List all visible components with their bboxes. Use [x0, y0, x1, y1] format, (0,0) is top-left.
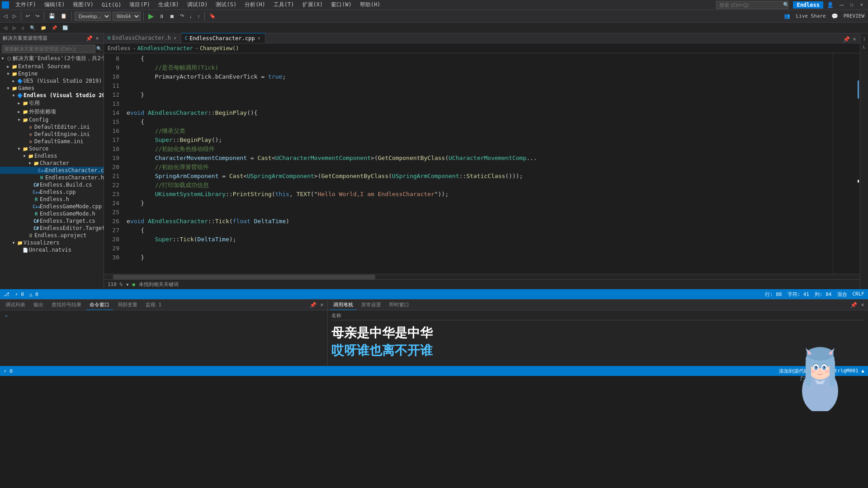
sidebar-tree-item[interactable]: C#Endless.Target.cs: [0, 217, 104, 225]
sol-search-button[interactable]: 🔍: [28, 24, 37, 31]
sol-home-button[interactable]: ⌂: [20, 24, 26, 31]
sidebar-tree-item[interactable]: ▶🔷UE5 (Visual Studio 2019): [0, 77, 104, 84]
panel-right-pin[interactable]: 📌: [850, 301, 857, 309]
sol-refresh-button[interactable]: 🔄: [61, 24, 70, 31]
panel-left-close[interactable]: ×: [318, 301, 326, 309]
sidebar-tree-item[interactable]: C++EndlessGameMode.cpp: [0, 203, 104, 210]
stop-button[interactable]: ⏹: [168, 13, 176, 20]
sidebar-tree-item[interactable]: ▶📁外部依赖项: [0, 108, 104, 116]
sidebar-pin-button[interactable]: 📌: [85, 35, 93, 42]
code-editor[interactable]: 8910111213141516171819202122232425262728…: [104, 53, 860, 274]
global-search-input[interactable]: [716, 1, 788, 9]
sidebar-tree-item[interactable]: ▼📁Engine: [0, 70, 104, 77]
tab-bar-pin[interactable]: 📌: [843, 36, 850, 43]
sidebar-tree-item[interactable]: 📄Unreal.natvis: [0, 246, 104, 253]
line-number: 9: [104, 63, 119, 72]
develop-select[interactable]: Develop...: [75, 12, 111, 21]
sol-folder-button[interactable]: 📁: [39, 24, 48, 31]
tab-debug-list[interactable]: 调试列表: [2, 300, 29, 310]
sidebar-tree-item[interactable]: C++EndlessCharacter.cpp: [0, 167, 104, 174]
sidebar-tree-item[interactable]: HEndlessGameMode.h: [0, 210, 104, 217]
tab-immediate[interactable]: 即时窗口: [386, 300, 413, 310]
menu-help[interactable]: 帮助(H): [356, 0, 384, 9]
pause-button[interactable]: ⏸: [157, 13, 166, 20]
sidebar-tree-item[interactable]: HEndlessCharacter.h: [0, 174, 104, 181]
tree-item-label: Endless.uproject: [34, 232, 87, 239]
sidebar-tree-item[interactable]: ▼📁Visualizers: [0, 239, 104, 246]
sidebar-tree-item[interactable]: ▼📁Character: [0, 160, 104, 167]
back-button[interactable]: ◁: [2, 12, 9, 20]
sidebar-tree-item[interactable]: C#Endless.Build.cs: [0, 181, 104, 188]
panel-right-close[interactable]: ×: [859, 301, 866, 309]
preview-label[interactable]: PREVIEW: [842, 12, 866, 20]
bookmark-button[interactable]: 🔖: [208, 12, 217, 20]
sidebar-search-input[interactable]: [2, 45, 95, 53]
tab-close-h[interactable]: ×: [173, 35, 177, 41]
code-line: //初始化角色移动组件: [127, 145, 833, 154]
scrollbar-thumb[interactable]: [113, 275, 375, 279]
live-share-label[interactable]: Live Share: [794, 12, 827, 20]
menu-analyze[interactable]: 分析(H): [241, 0, 269, 9]
editor-horizontal-scrollbar[interactable]: [104, 274, 860, 279]
tab-header-h[interactable]: H EndlessCharacter.h ×: [104, 33, 181, 43]
sidebar-tree-item[interactable]: C++Endless.cpp: [0, 188, 104, 196]
sidebar-tree-item[interactable]: UEndless.uproject: [0, 232, 104, 239]
sidebar-close-button[interactable]: ×: [94, 35, 101, 42]
step-out-button[interactable]: ↑: [196, 13, 202, 20]
tab-command-window[interactable]: 命令窗口: [86, 300, 113, 310]
tab-bar-close[interactable]: ×: [851, 36, 858, 43]
menu-git[interactable]: Git(G): [98, 1, 125, 9]
redo-button[interactable]: ↪: [33, 12, 41, 20]
sidebar-tree-item[interactable]: ▼📁Games: [0, 84, 104, 92]
sidebar-tree-item[interactable]: ▼🔷Endless (Visual Studio 2019): [0, 92, 104, 99]
menu-extensions[interactable]: 扩展(X): [299, 0, 327, 9]
platform-select[interactable]: Win64: [113, 12, 141, 21]
forward-button[interactable]: ▷: [11, 12, 18, 20]
sidebar-tree-item[interactable]: ⚙DefaultEngine.ini: [0, 131, 104, 138]
save-button[interactable]: 💾: [47, 12, 57, 20]
tab-locals[interactable]: 局部变量: [114, 300, 141, 310]
add-to-source-control[interactable]: 添加到源代码管理...: [779, 368, 828, 375]
tab-find-results[interactable]: 查找符号结果: [48, 300, 85, 310]
sidebar-tree-item[interactable]: ▼📁Endless: [0, 152, 104, 160]
save-all-button[interactable]: 📋: [59, 12, 69, 20]
menu-project[interactable]: 项目(P): [126, 0, 154, 9]
code-content[interactable]: { //是否每帧调用(Tick) PrimaryActorTick.bCanEv…: [123, 53, 833, 274]
sol-pin-button[interactable]: 📌: [50, 24, 59, 31]
sidebar-tree-item[interactable]: C#EndlessEditor.Target.cs: [0, 225, 104, 232]
sidebar-tree-item[interactable]: ⚙DefaultEditor.ini: [0, 123, 104, 131]
menu-test[interactable]: 测试(S): [212, 0, 240, 9]
right-tool-1[interactable]: ⟩: [861, 35, 868, 42]
tab-watch1[interactable]: 监视 1: [142, 300, 165, 310]
step-into-button[interactable]: ↓: [188, 13, 194, 20]
close-button[interactable]: ×: [857, 1, 866, 9]
sidebar-tree-item[interactable]: ⚙DefaultGame.ini: [0, 138, 104, 145]
sol-back-button[interactable]: ◁: [2, 24, 9, 31]
tab-exceptions[interactable]: 异常设置: [358, 300, 385, 310]
undo-button[interactable]: ↩: [24, 12, 32, 20]
tab-close-cpp[interactable]: ×: [257, 35, 261, 41]
play-button[interactable]: ▶: [146, 12, 156, 20]
sidebar-tree-item[interactable]: ▼⬡解决方案'Endless'(2个项目，共2个): [0, 54, 104, 63]
minimize-button[interactable]: —: [837, 1, 846, 9]
sol-forward-button[interactable]: ▷: [11, 24, 18, 31]
menu-tools[interactable]: 工具(T): [270, 0, 298, 9]
sidebar-tree-item[interactable]: ▶📁External Sources: [0, 63, 104, 70]
sidebar-tree-item[interactable]: ▼📁Config: [0, 116, 104, 123]
menu-build[interactable]: 生成(B): [155, 0, 183, 9]
menu-debug[interactable]: 调试(D): [184, 0, 212, 9]
sidebar-tree-item[interactable]: ▼📁Source: [0, 145, 104, 152]
sidebar-tree-item[interactable]: ▶📁引用: [0, 99, 104, 108]
menu-window[interactable]: 窗口(W): [327, 0, 355, 9]
menu-view[interactable]: 视图(V): [69, 0, 97, 9]
step-over-button[interactable]: ↷: [178, 12, 186, 20]
menu-file[interactable]: 文件(F): [12, 0, 40, 9]
tab-output[interactable]: 输出: [30, 300, 47, 310]
sidebar-tree-item[interactable]: HEndless.h: [0, 196, 104, 203]
right-tool-2[interactable]: L: [861, 43, 868, 51]
panel-left-pin[interactable]: 📌: [309, 301, 316, 309]
maximize-button[interactable]: □: [847, 1, 856, 9]
tab-callstack[interactable]: 调用堆栈: [330, 300, 357, 310]
tab-header-cpp[interactable]: C EndlessCharacter.cpp ×: [181, 33, 265, 43]
menu-edit[interactable]: 编辑(E): [41, 0, 69, 9]
